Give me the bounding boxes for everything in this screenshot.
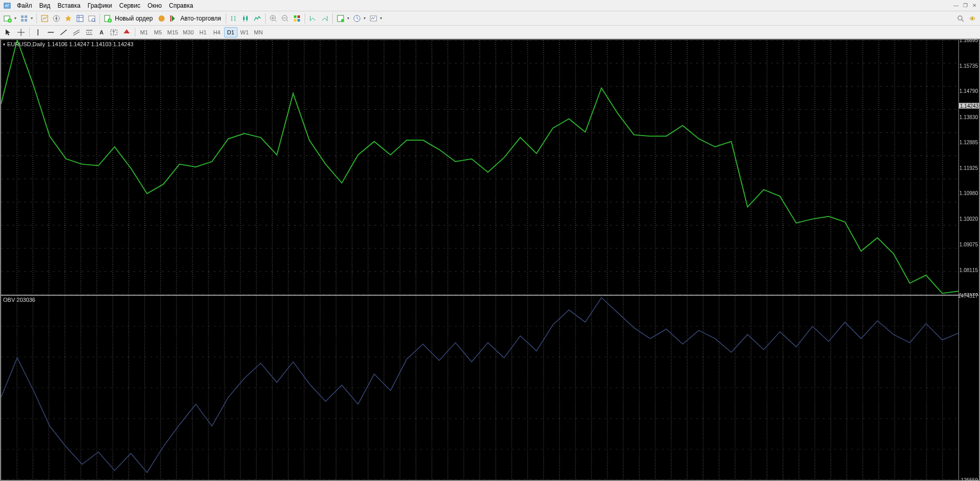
shift-chart-button[interactable] (307, 13, 318, 24)
mdi-minimize-button[interactable]: — (951, 2, 961, 10)
svg-rect-28 (297, 15, 300, 18)
zoom-in-button[interactable] (268, 13, 279, 24)
timeframe-h1[interactable]: H1 (196, 27, 210, 37)
market-watch-button[interactable] (39, 13, 50, 24)
svg-rect-27 (294, 15, 296, 18)
profiles-button[interactable] (18, 13, 34, 24)
search-button[interactable] (955, 13, 966, 24)
timeframe-m15[interactable]: M15 (165, 27, 180, 37)
menu-window[interactable]: Окно (144, 1, 166, 10)
line-toolbar: A T M1M5M15M30H1H4D1W1MN (0, 26, 980, 39)
menu-charts[interactable]: Графики (84, 1, 116, 10)
indicators-button[interactable] (335, 13, 351, 24)
indicator-axis: 1474317125559 (958, 295, 979, 480)
app-icon (3, 2, 11, 10)
channel-tool[interactable] (70, 27, 83, 37)
timeframe-mn[interactable]: MN (252, 27, 265, 37)
svg-rect-18 (170, 15, 171, 22)
chart-title: ▾ EURUSD,Daily 1.14106 1.14247 1.14103 1… (3, 41, 133, 47)
timeframe-m5[interactable]: M5 (151, 27, 165, 37)
new-chart-button[interactable] (2, 13, 18, 24)
current-price-marker: 1.14243 (959, 103, 979, 108)
new-order-button[interactable]: Новый ордер (102, 13, 155, 24)
timeframe-w1[interactable]: W1 (238, 27, 251, 37)
svg-rect-29 (294, 19, 296, 22)
axis-tick: 1.13830 (959, 114, 978, 120)
mdi-window-controls: — ❐ ✕ (951, 2, 979, 10)
axis-tick: 1.12885 (959, 139, 978, 145)
price-axis: 1.166951.157351.147901.138301.128851.119… (958, 40, 979, 295)
mql-button[interactable] (967, 13, 978, 24)
strategy-tester-button[interactable] (86, 13, 97, 24)
axis-tick: 1.15735 (959, 63, 978, 69)
metaquotes-button[interactable] (156, 13, 167, 24)
axis-tick: 1474317 (958, 293, 978, 299)
bar-chart-button[interactable] (228, 13, 239, 24)
svg-rect-30 (297, 19, 300, 22)
svg-line-24 (275, 20, 276, 22)
menu-tools[interactable]: Сервис (116, 1, 144, 10)
svg-rect-0 (4, 3, 10, 8)
menu-file[interactable]: Файл (13, 1, 36, 10)
svg-point-32 (341, 19, 344, 22)
menu-help[interactable]: Справка (166, 1, 197, 10)
price-chart[interactable]: ▾ EURUSD,Daily 1.14106 1.14247 1.14103 1… (1, 40, 958, 295)
crosshair-tool[interactable] (15, 27, 27, 37)
shapes-tool[interactable] (121, 27, 133, 37)
chart-ohlc-label: 1.14106 1.14247 1.14103 1.14243 (47, 41, 133, 47)
trendline-tool[interactable] (57, 27, 70, 37)
mdi-close-button[interactable]: ✕ (970, 2, 979, 10)
chart-window: ▾ EURUSD,Daily 1.14106 1.14247 1.14103 1… (0, 39, 980, 481)
chart-symbol-label: EURUSD,Daily (7, 41, 45, 47)
svg-point-17 (158, 15, 165, 22)
vertical-line-tool[interactable] (32, 27, 44, 37)
timeframe-m30[interactable]: M30 (181, 27, 195, 37)
timeframe-d1[interactable]: D1 (224, 27, 237, 37)
svg-rect-9 (77, 15, 83, 22)
axis-tick: 1.14790 (959, 88, 978, 94)
navigator-button[interactable] (51, 13, 62, 24)
menu-insert[interactable]: Вставка (54, 1, 84, 10)
fibonacci-tool[interactable] (83, 27, 95, 37)
timeframe-m1[interactable]: M1 (137, 27, 151, 37)
timeframe-h4[interactable]: H4 (210, 27, 224, 37)
new-order-label: Новый ордер (114, 15, 154, 22)
horizontal-line-tool[interactable] (45, 27, 57, 37)
indicator-label: OBV 203036 (3, 297, 35, 303)
periods-button[interactable] (351, 13, 367, 24)
autotrading-label: Авто-торговля (179, 15, 222, 22)
autotrading-button[interactable]: Авто-торговля (168, 13, 224, 24)
candle-chart-button[interactable] (240, 13, 251, 24)
svg-point-37 (971, 17, 973, 20)
line-chart-button[interactable] (252, 13, 263, 24)
svg-rect-5 (21, 19, 24, 22)
templates-button[interactable] (368, 13, 384, 24)
indicator-chart[interactable]: OBV 203036 (1, 295, 958, 480)
svg-line-44 (73, 32, 79, 35)
tile-windows-button[interactable] (291, 13, 303, 24)
zoom-out-button[interactable] (279, 13, 291, 24)
text-label-tool[interactable]: T (108, 27, 120, 37)
text-tool[interactable]: A (96, 27, 107, 37)
menu-view[interactable]: Вид (36, 1, 54, 10)
svg-line-36 (962, 20, 964, 22)
svg-line-43 (73, 30, 79, 33)
axis-tick: 1.10980 (959, 190, 978, 196)
favorites-button[interactable] (63, 13, 74, 24)
svg-rect-6 (25, 19, 27, 22)
autoscroll-button[interactable] (319, 13, 330, 24)
data-window-button[interactable] (74, 13, 86, 24)
cursor-tool[interactable] (2, 27, 14, 37)
svg-line-42 (61, 30, 67, 35)
axis-tick: 1.16695 (959, 37, 978, 43)
indicator-title: OBV 203036 (3, 297, 35, 303)
axis-tick: 1.11925 (959, 165, 978, 170)
mdi-restore-button[interactable]: ❐ (961, 2, 970, 10)
chart-menu-arrow-icon[interactable]: ▾ (3, 42, 5, 47)
svg-point-35 (958, 16, 962, 20)
axis-tick: 1.10020 (959, 216, 978, 222)
menu-bar: Файл Вид Вставка Графики Сервис Окно Спр… (0, 0, 980, 11)
svg-line-14 (94, 21, 95, 22)
svg-rect-3 (21, 15, 24, 18)
axis-tick: 125559 (961, 477, 978, 482)
